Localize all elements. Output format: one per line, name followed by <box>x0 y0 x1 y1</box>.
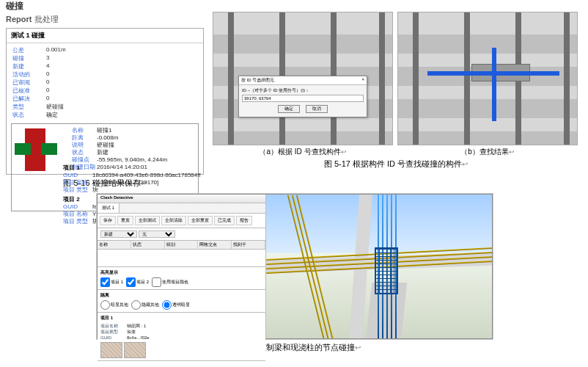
tb-report[interactable]: 报告 <box>236 216 252 225</box>
figure-5-17: 按 ID 号选择图元 × ID –（对于多个 ID 使用分号）(I)： 确定 取… <box>213 12 579 170</box>
col-grid: 网格交点 <box>198 241 232 249</box>
highlight-section: 高亮显示 项目 1 项目 2 使用项目颜色 <box>98 267 265 290</box>
col-status: 状态 <box>131 241 165 249</box>
summary-table: 公差0.001m 碰撞3 新建4 活动的0 已审阅0 已核准0 已解决0 类型硬… <box>7 43 203 122</box>
column-stirrup-cage <box>375 247 398 294</box>
filter-status[interactable]: 新建 <box>100 230 137 238</box>
summary-key: 公差 <box>12 46 46 54</box>
highlight-beam-v <box>492 48 496 121</box>
tb-clear[interactable]: 全部清除 <box>161 216 186 225</box>
thumb-icon <box>100 342 122 358</box>
hi-opt-3[interactable]: 使用项目颜色 <box>152 277 188 287</box>
test-header: 测试 1 碰撞 <box>7 29 203 43</box>
test-tabs: 测试 1 <box>98 203 265 214</box>
results-grid-body[interactable] <box>98 250 265 267</box>
report-heading: Report 批处理 <box>6 14 204 25</box>
report-panel: 测试 1 碰撞 公差0.001m 碰撞3 新建4 活动的0 已审阅0 已核准0 … <box>6 28 204 175</box>
close-icon[interactable]: × <box>361 77 364 84</box>
isolation-section: 隔离 暗显其他 隐藏其他 透明暗显 <box>98 290 265 313</box>
highlight-title: 高亮显示 <box>100 269 262 276</box>
col-found: 找到于 <box>232 241 265 249</box>
ok-button[interactable]: 确定 <box>278 105 300 113</box>
subcaption-b: （b）查找结果 <box>397 147 578 157</box>
clash-3d-viewport[interactable] <box>266 195 492 338</box>
item-thumbnails <box>100 342 262 358</box>
tb-resetall[interactable]: 全部重置 <box>188 216 213 225</box>
clash-heading: 碰撞 <box>6 0 204 12</box>
thumb-icon <box>124 342 146 358</box>
window-title: Clash Detective <box>98 195 265 203</box>
view3d-a: 按 ID 号选择图元 × ID –（对于多个 ID 使用分号）(I)： 确定 取… <box>213 12 393 145</box>
clash-thumbnail <box>15 128 59 171</box>
tb-done[interactable]: 已完成 <box>214 216 235 225</box>
dialog-title: 按 ID 号选择图元 <box>241 77 274 84</box>
id-input[interactable] <box>242 95 364 102</box>
figure-5-16: 碰撞 Report 批处理 测试 1 碰撞 公差0.001m 碰撞3 新建4 活… <box>6 0 204 189</box>
iso-opt-2[interactable]: 隐藏其他 <box>131 300 159 310</box>
subcaption-a: （a）根据 ID 号查找构件 <box>213 147 393 157</box>
select-by-id-dialog: 按 ID 号选择图元 × ID –（对于多个 ID 使用分号）(I)： 确定 取… <box>238 76 367 117</box>
col-name: 名称 <box>98 241 131 249</box>
clash-detective-window: Clash Detective 测试 1 保存 重置 全部测试 全部清除 全部重… <box>97 194 493 339</box>
tb-runall[interactable]: 全部测试 <box>135 216 160 225</box>
tb-reset[interactable]: 重置 <box>117 216 133 225</box>
view3d-b <box>397 12 578 145</box>
summary-val: 0.001m <box>46 46 66 54</box>
report-label: Report <box>6 15 32 23</box>
clash-toolbar: 保存 重置 全部测试 全部清除 全部重置 已完成 报告 <box>98 214 265 228</box>
isolation-title: 隔离 <box>100 292 262 299</box>
item1-header: 项目 1 <box>63 164 202 172</box>
iso-opt-1[interactable]: 暗显其他 <box>100 300 128 310</box>
dialog-prompt: ID –（对于多个 ID 使用分号）(I)： <box>242 87 364 94</box>
results-grid-header: 名称 状态 级别 网格交点 找到于 <box>98 241 265 250</box>
figure-5-18: Clash Detective 测试 1 保存 重置 全部测试 全部清除 全部重… <box>97 194 493 353</box>
clash-left-pane: Clash Detective 测试 1 保存 重置 全部测试 全部清除 全部重… <box>98 195 266 338</box>
filter-bar: 新建 无 <box>98 228 265 241</box>
figure-5-17-caption: 图 5-17 根据构件 ID 号查找碰撞的构件 <box>213 159 579 170</box>
item-section-title: 项目 1 <box>100 315 262 321</box>
col-level: 级别 <box>165 241 199 249</box>
item-section: 项目 1 项目名称钢筋网 : 1 项目类型实体 GUID8c4a…f02e <box>98 313 265 361</box>
hi-opt-1[interactable]: 项目 1 <box>100 277 123 287</box>
iso-opt-3[interactable]: 透明暗显 <box>162 300 190 310</box>
tab-test1[interactable]: 测试 1 <box>98 203 120 213</box>
tb-save[interactable]: 保存 <box>100 216 116 225</box>
hi-opt-2[interactable]: 项目 2 <box>126 277 149 287</box>
report-sub: 批处理 <box>34 15 59 23</box>
cancel-button[interactable]: 取消 <box>306 105 328 113</box>
filter-assign[interactable]: 无 <box>139 230 175 238</box>
